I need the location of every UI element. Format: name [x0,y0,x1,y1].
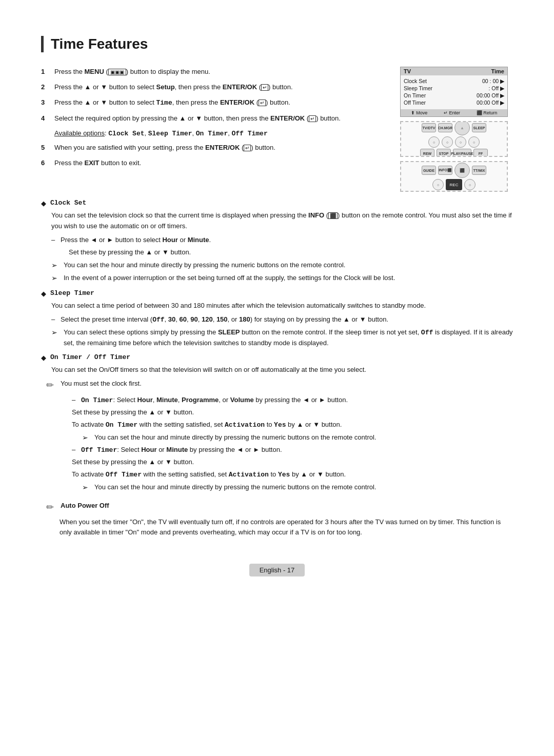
sleep-btn: SLEEP [472,123,486,132]
right-panel: TV Time Clock Set 00 : 00 ▶ Sleep Timer … [400,67,513,192]
guide-btn: GUIDE [422,166,436,175]
page-container: Time Features 1 Press the MENU (▣▣▣) but… [41,36,513,576]
on-timer-label: On Timer [404,92,426,98]
on-timer-sub: Set these by pressing the ▲ or ▼ button. [72,407,513,418]
step-content-4: Select the required option by pressing t… [54,113,390,124]
instructions: 1 Press the MENU (▣▣▣) button to display… [41,67,390,192]
step-content-5: When you are satisfied with your setting… [54,143,390,153]
sleep-timer-body: You can select a time period of between … [51,301,513,311]
step-2: 2 Press the ▲ or ▼ button to select Setu… [41,82,390,92]
page-footer-badge: English - 17 [249,564,305,576]
clock-arrow-1: ➢ You can set the hour and minute direct… [51,260,513,271]
clock-set-value: 00 : 00 ▶ [482,78,504,84]
clock-dash-1: – Press the ◄ or ► button to select Hour… [51,235,513,245]
on-timer-activate: To activate On Timer with the setting sa… [72,420,513,431]
sleep-timer-label: Sleep Timer [404,85,432,91]
off-timer-value: 00:00 Off ▶ [477,100,504,106]
clock-arrow-2: ➢ In the event of a power interruption o… [51,273,513,284]
tv-row-off: Off Timer 00:00 Off ▶ [404,99,504,106]
on-timer-dash: – On Timer: Select Hour, Minute, Program… [72,395,513,406]
on-off-timer-title: On Timer / Off Timer [50,353,130,362]
circle-btn-2: ○ [442,136,453,148]
ff-btn: FF [473,149,488,157]
tv-row-sleep: Sleep Timer : Off ▶ [404,85,504,92]
off-timer-sub: Set these by pressing the ▲ or ▼ button. [72,457,513,468]
sleep-timer-section: ◆ Sleep Timer [41,289,513,297]
top-section: 1 Press the MENU (▣▣▣) button to display… [41,67,513,192]
time-label: Time [491,68,504,74]
tv-screen-footer: ⬆ Move ↵ Enter ⬛ Return [401,109,507,116]
step-content-2: Press the ▲ or ▼ button to select Setup,… [54,82,390,92]
off-timer-dash: – Off Timer: Select Hour or Minute by pr… [72,445,513,455]
step-4: 4 Select the required option by pressing… [41,113,390,124]
tv-label: TV [404,68,411,74]
on-timer-value: 00:00 Off ▶ [477,92,504,98]
step-1: 1 Press the MENU (▣▣▣) button to display… [41,67,390,77]
page-footer: English - 17 [41,564,513,576]
tv-row-clock: Clock Set 00 : 00 ▶ [404,77,504,85]
off-timer-label: Off Timer [404,100,426,106]
ch-mgr-btn: CH.MGR [438,123,452,132]
tt-mix-btn: TT/MIX [472,166,486,175]
clock-set-section: ◆ Clock Set [41,199,513,207]
tv-screen: TV Time Clock Set 00 : 00 ▶ Sleep Timer … [400,67,508,117]
circle-btn-5: ○ [432,179,444,190]
step-content-6: Press the EXIT button to exit. [54,158,390,168]
tv-row-on: On Timer 00:00 Off ▶ [404,92,504,99]
on-off-timer-body: You can set the On/Off timers so that th… [51,365,513,375]
circle-btn-1: ○ [428,136,440,148]
clock-set-label: Clock Set [404,78,427,84]
step-content-3: Press the ▲ or ▼ button to select Time, … [54,97,390,108]
sleep-arrow-1: ➢ You can select these options simply by… [51,327,513,348]
on-off-timer-section: ◆ On Timer / Off Timer [41,353,513,362]
rec-btn: REC [446,179,462,190]
off-timer-arrow: ➢ You can set the hour and minute direct… [82,482,513,493]
step-num-1: 1 [41,67,49,77]
step-num-3: 3 [41,97,49,108]
play-pause-btn: PLAY/PAUSE [453,149,471,157]
remote-image-1: TV/DTV CH.MGR ▲ SLEEP ○ ○ ○ ○ REW STOP [400,121,508,157]
tv-screen-body: Clock Set 00 : 00 ▶ Sleep Timer : Off ▶ … [401,75,507,108]
diamond-icon-2: ◆ [41,290,46,297]
tv-screen-header: TV Time [401,67,507,75]
off-timer-activate: To activate Off Timer with the setting s… [72,469,513,481]
step-num-6: 6 [41,158,49,168]
circle-btn-3: ○ [455,136,466,148]
auto-power-off-section: ✏ Auto Power Off [46,501,513,515]
auto-power-off-title: Auto Power Off [61,501,109,515]
sleep-dash-1: – Select the preset time interval (Off, … [51,314,513,325]
step-3: 3 Press the ▲ or ▼ button to select Time… [41,97,390,108]
auto-power-off-body: When you set the timer "On", the TV will… [60,517,513,539]
rew-btn: REW [420,149,434,157]
step-num-4: 4 [41,113,49,124]
page-title: Time Features [41,36,513,52]
sleep-timer-title: Sleep Timer [50,289,94,297]
available-options: Available options: Clock Set, Sleep Time… [54,129,390,137]
clock-set-body: You can set the television clock so that… [51,210,513,232]
pencil-icon: ✏ [46,379,56,393]
nav-up-btn: ▲ [454,121,470,135]
info-btn: INFO⬛ [438,166,452,175]
clock-set-title: Clock Set [50,199,86,207]
tv-dtv-btn: TV/DTV [422,123,436,132]
step-num-5: 5 [41,143,49,153]
nav-btn-2: ⬛ [454,163,470,178]
stop-btn: STOP [437,149,451,157]
note-clock-first: ✏ You must set the clock first. [46,379,513,393]
diamond-icon-3: ◆ [41,354,46,362]
clock-dash-1b: Set these by pressing the ▲ or ▼ button. [69,247,513,258]
on-timer-arrow: ➢ You can set the hour and minute direct… [82,432,513,444]
circle-btn-6: ○ [464,179,476,190]
step-6: 6 Press the EXIT button to exit. [41,158,390,168]
step-content-1: Press the MENU (▣▣▣) button to display t… [54,67,390,77]
step-num-2: 2 [41,82,49,92]
sleep-timer-value: : Off ▶ [488,85,504,91]
pencil-icon-2: ✏ [46,501,56,515]
circle-btn-4: ○ [468,136,480,148]
remote-image-2: GUIDE INFO⬛ ⬛ TT/MIX ○ REC ○ [400,161,508,192]
diamond-icon-1: ◆ [41,200,46,207]
step-5: 5 When you are satisfied with your setti… [41,143,390,153]
